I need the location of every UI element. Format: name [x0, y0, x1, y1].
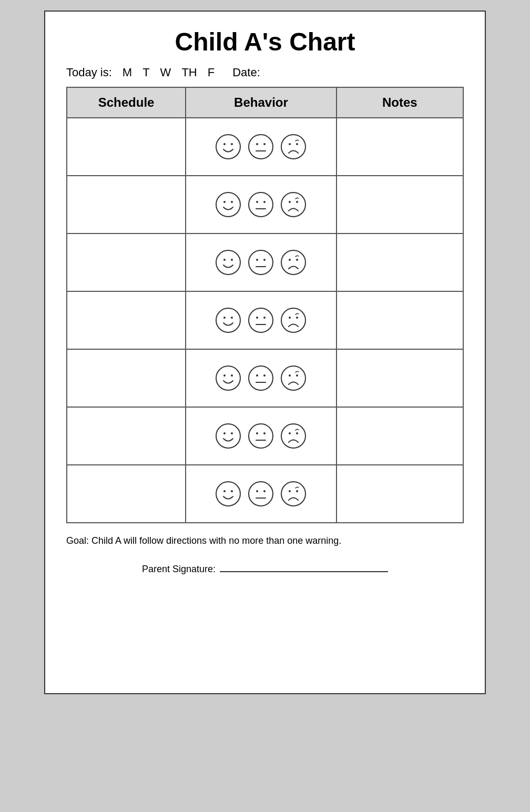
- schedule-cell-3[interactable]: [67, 234, 186, 291]
- notes-cell-1[interactable]: [337, 118, 463, 176]
- notes-cell-7[interactable]: [337, 465, 463, 523]
- svg-point-69: [296, 490, 298, 492]
- schedule-cell-2[interactable]: [67, 176, 186, 234]
- page-title: Child A's Chart: [66, 27, 464, 56]
- table-row: [67, 465, 463, 523]
- face-group-1: [191, 133, 331, 160]
- day-friday[interactable]: F: [208, 66, 215, 79]
- schedule-cell-5[interactable]: [67, 349, 186, 407]
- schedule-cell-6[interactable]: [67, 407, 186, 465]
- neutral-face-2[interactable]: [247, 191, 274, 218]
- svg-point-28: [289, 259, 291, 261]
- svg-point-51: [223, 432, 226, 434]
- svg-point-33: [249, 308, 273, 332]
- happy-face-5[interactable]: [215, 364, 242, 392]
- svg-point-14: [256, 201, 258, 203]
- svg-point-25: [263, 259, 266, 261]
- day-thursday[interactable]: TH: [181, 66, 197, 79]
- svg-point-11: [223, 201, 226, 203]
- face-group-7: [191, 480, 331, 508]
- svg-point-39: [296, 317, 298, 319]
- table-row: [67, 291, 463, 349]
- neutral-face-7[interactable]: [247, 480, 274, 508]
- behavior-cell-2[interactable]: [186, 176, 337, 234]
- face-group-3: [191, 249, 331, 276]
- svg-point-19: [296, 201, 298, 203]
- happy-face-2[interactable]: [215, 191, 242, 218]
- svg-point-0: [216, 135, 240, 159]
- svg-point-49: [296, 374, 298, 377]
- happy-face-6[interactable]: [215, 422, 242, 450]
- header-behavior: Behavior: [186, 87, 337, 118]
- behavior-cell-1[interactable]: [186, 118, 337, 176]
- schedule-cell-1[interactable]: [67, 118, 186, 176]
- svg-point-22: [231, 259, 233, 261]
- notes-cell-6[interactable]: [337, 407, 463, 465]
- svg-point-32: [231, 317, 233, 319]
- day-wednesday[interactable]: W: [160, 66, 171, 79]
- notes-cell-3[interactable]: [337, 234, 463, 291]
- table-row: [67, 407, 463, 465]
- happy-face-4[interactable]: [215, 307, 242, 334]
- svg-point-59: [296, 432, 298, 434]
- sad-face-4[interactable]: [280, 307, 307, 334]
- neutral-face-6[interactable]: [247, 422, 274, 450]
- neutral-face-3[interactable]: [247, 249, 274, 276]
- happy-face-1[interactable]: [215, 133, 242, 160]
- svg-point-43: [249, 366, 273, 390]
- neutral-face-1[interactable]: [247, 133, 274, 160]
- svg-point-45: [263, 374, 266, 377]
- svg-point-17: [281, 192, 305, 217]
- table-row: [67, 234, 463, 291]
- happy-face-7[interactable]: [215, 480, 242, 508]
- svg-point-4: [256, 143, 258, 145]
- table-header-row: Schedule Behavior Notes: [67, 87, 463, 118]
- signature-row: Parent Signature:: [66, 564, 464, 575]
- signature-line[interactable]: [220, 571, 388, 572]
- neutral-face-5[interactable]: [247, 364, 274, 392]
- behavior-cell-3[interactable]: [186, 234, 337, 291]
- svg-point-53: [249, 424, 273, 448]
- sad-face-3[interactable]: [280, 249, 307, 276]
- schedule-cell-4[interactable]: [67, 291, 186, 349]
- svg-point-12: [231, 201, 233, 203]
- table-row: [67, 176, 463, 234]
- svg-point-55: [263, 432, 266, 434]
- header-schedule: Schedule: [67, 87, 186, 118]
- svg-point-7: [281, 135, 305, 159]
- behavior-cell-6[interactable]: [186, 407, 337, 465]
- neutral-face-4[interactable]: [247, 307, 274, 334]
- today-label: Today is:: [66, 66, 112, 79]
- svg-point-61: [223, 490, 226, 492]
- behavior-cell-5[interactable]: [186, 349, 337, 407]
- schedule-cell-7[interactable]: [67, 465, 186, 523]
- day-monday[interactable]: M: [123, 66, 132, 79]
- svg-point-34: [256, 317, 258, 319]
- svg-point-20: [216, 250, 240, 275]
- behavior-cell-7[interactable]: [186, 465, 337, 523]
- svg-point-67: [281, 482, 305, 506]
- svg-point-13: [249, 192, 273, 217]
- sad-face-5[interactable]: [280, 364, 307, 392]
- sad-face-6[interactable]: [280, 422, 307, 450]
- notes-cell-4[interactable]: [337, 291, 463, 349]
- svg-point-63: [249, 482, 273, 506]
- svg-point-23: [249, 250, 273, 275]
- sad-face-1[interactable]: [280, 133, 307, 160]
- svg-point-58: [289, 432, 291, 434]
- notes-cell-2[interactable]: [337, 176, 463, 234]
- svg-point-9: [296, 143, 298, 145]
- happy-face-3[interactable]: [215, 249, 242, 276]
- svg-point-52: [231, 432, 233, 434]
- page: Child A's Chart Today is: M T W TH F Dat…: [44, 11, 486, 694]
- svg-point-31: [223, 317, 226, 319]
- svg-point-37: [281, 308, 305, 332]
- header-notes: Notes: [337, 87, 463, 118]
- sad-face-2[interactable]: [280, 191, 307, 218]
- sad-face-7[interactable]: [280, 480, 307, 508]
- notes-cell-5[interactable]: [337, 349, 463, 407]
- behavior-cell-4[interactable]: [186, 291, 337, 349]
- day-tuesday[interactable]: T: [142, 66, 149, 79]
- face-group-6: [191, 422, 331, 450]
- signature-label: Parent Signature:: [142, 564, 216, 575]
